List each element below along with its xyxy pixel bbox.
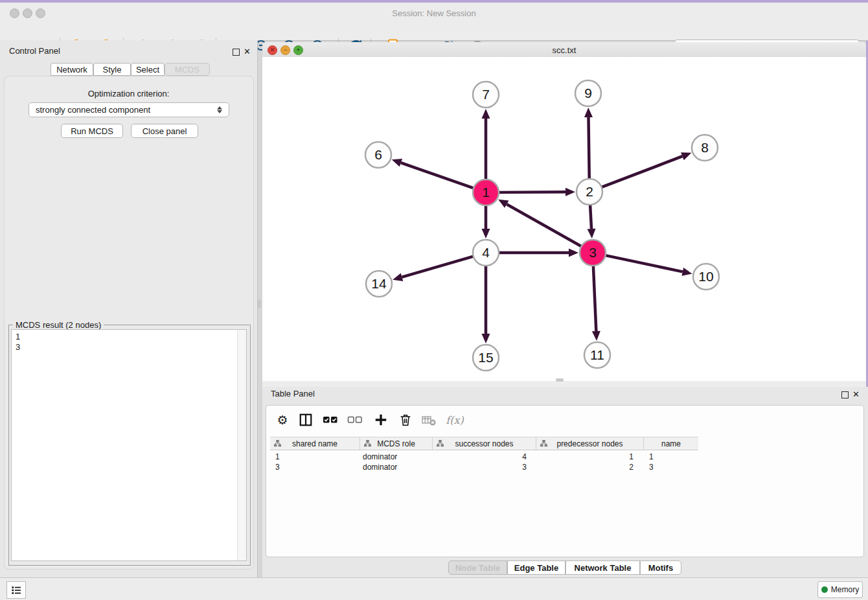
cell-shared-name: 3 <box>275 463 280 472</box>
column-header-mcds-role[interactable]: MCDS role <box>360 437 433 450</box>
graph-edge-2-9[interactable] <box>588 117 589 179</box>
graph-node-label-8: 8 <box>701 140 709 155</box>
graph-arrowhead-2-3 <box>588 229 596 238</box>
delete-table-icon[interactable] <box>421 412 437 428</box>
column-header-predecessor-nodes[interactable]: predecessor nodes <box>536 437 644 450</box>
tab-motifs[interactable]: Motifs <box>640 560 681 575</box>
select-all-icon[interactable] <box>323 412 338 428</box>
graph-edge-3-10[interactable] <box>606 255 683 271</box>
result-line: 1 <box>16 332 246 342</box>
table-area <box>266 405 864 557</box>
main-toolbar: ⌕ <box>0 18 868 41</box>
add-icon[interactable] <box>373 412 389 428</box>
horizontal-splitter[interactable] <box>262 381 866 387</box>
network-canvas[interactable]: 7968124314101511 <box>262 57 866 381</box>
graph-edge-3-11[interactable] <box>593 266 596 331</box>
graph-edge-3-1[interactable] <box>507 204 581 246</box>
graph-arrowhead-4-14 <box>393 273 403 281</box>
result-scrollbar[interactable] <box>237 330 246 560</box>
select-stepper-icon <box>217 106 222 113</box>
column-header-shared-name[interactable]: shared name <box>270 437 360 450</box>
cell-shared-name: 1 <box>275 452 280 461</box>
tab-select[interactable]: Select <box>131 63 165 76</box>
function-icon[interactable]: f(x) <box>444 412 465 428</box>
graph-arrowhead-2-9 <box>584 108 593 117</box>
memory-status-icon <box>821 586 828 593</box>
delete-icon[interactable] <box>398 412 413 428</box>
graph-node-label-3: 3 <box>589 245 597 260</box>
graph-arrowhead-1-2 <box>565 188 575 196</box>
graph-arrowhead-4-3 <box>569 249 578 257</box>
memory-label: Memory <box>831 585 859 594</box>
graph-node-label-7: 7 <box>482 87 490 102</box>
graph-node-label-2: 2 <box>586 184 593 199</box>
graph-node-label-15: 15 <box>478 350 493 365</box>
graph-node-label-1: 1 <box>482 185 490 200</box>
status-bar <box>0 577 868 600</box>
graph-node-label-11: 11 <box>590 347 604 362</box>
tab-network-table[interactable]: Network Table <box>565 560 640 575</box>
cell-mcds-role: dominator <box>363 452 397 461</box>
attribute-icon <box>540 440 547 447</box>
graph-node-label-10: 10 <box>698 269 713 284</box>
graph-node-label-14: 14 <box>371 276 387 291</box>
table-row[interactable]: 3 dominator 3 2 3 <box>270 462 698 472</box>
graph-node-label-9: 9 <box>584 86 592 100</box>
graph-arrowhead-1-4 <box>482 229 490 238</box>
graph-arrowhead-1-6 <box>392 159 402 167</box>
cell-name: 3 <box>649 463 654 472</box>
graph-arrowhead-4-15 <box>482 334 490 343</box>
columns-icon[interactable] <box>298 412 314 428</box>
splitter-grip[interactable] <box>556 378 564 382</box>
graph-svg: 7968124314101511 <box>262 57 866 381</box>
control-panel-float-icon[interactable] <box>233 49 240 56</box>
graph-arrowhead-2-8 <box>681 152 691 160</box>
cell-name: 1 <box>649 452 654 461</box>
table-panel-float-icon[interactable] <box>841 391 849 398</box>
application-window: Session: New Session <box>0 0 868 600</box>
graph-node-label-6: 6 <box>374 147 382 162</box>
graph-edge-1-6[interactable] <box>401 163 474 188</box>
cell-predecessor-nodes: 1 <box>536 452 634 461</box>
graph-edge-1-2[interactable] <box>499 192 565 192</box>
tab-node-table[interactable]: Node Table <box>448 560 507 575</box>
attribute-icon <box>274 440 281 447</box>
run-mcds-button[interactable]: Run MCDS <box>61 124 123 138</box>
optimization-criterion-label: Optimization criterion: <box>0 89 257 98</box>
attribute-icon <box>364 440 371 447</box>
control-panel-close-icon[interactable]: ✕ <box>244 47 251 56</box>
graph-arrowhead-3-10 <box>681 268 692 276</box>
cell-mcds-role: dominator <box>363 463 397 472</box>
title-bar[interactable]: Session: New Session <box>0 3 868 18</box>
tab-mcds[interactable]: MCDS <box>165 63 210 76</box>
table-panel-title: Table Panel <box>271 389 315 398</box>
tab-edge-table[interactable]: Edge Table <box>507 560 565 575</box>
gear-icon[interactable]: ⚙ <box>275 412 290 428</box>
column-header-successor-nodes[interactable]: successor nodes <box>433 437 536 450</box>
tab-style[interactable]: Style <box>93 63 131 76</box>
deselect-all-icon[interactable] <box>347 412 363 428</box>
control-panel-title: Control Panel <box>9 46 60 56</box>
memory-button[interactable]: Memory <box>817 581 863 598</box>
splitter-grip[interactable] <box>258 299 261 308</box>
result-line: 3 <box>16 342 246 352</box>
table-panel-close-icon[interactable]: ✕ <box>852 390 860 398</box>
task-history-icon[interactable] <box>6 581 26 599</box>
graph-edge-2-3[interactable] <box>590 205 591 229</box>
table-row[interactable]: 1 dominator 4 1 1 <box>270 452 698 462</box>
table-header: shared name MCDS role successor nodes pr… <box>270 437 698 450</box>
graph-arrowhead-3-11 <box>592 331 600 341</box>
mcds-result-text[interactable]: 1 3 <box>11 329 247 561</box>
graph-node-label-4: 4 <box>482 245 490 260</box>
optimization-criterion-value: strongly connected component <box>36 105 150 115</box>
network-window-title: scc.txt <box>262 45 866 55</box>
tab-network[interactable]: Network <box>51 63 93 76</box>
graph-edge-2-8[interactable] <box>602 156 683 187</box>
mcds-result-legend: MCDS result (2 nodes) <box>13 320 104 330</box>
graph-edge-4-14[interactable] <box>402 257 474 277</box>
graph-arrowhead-1-7 <box>482 109 490 119</box>
close-panel-button[interactable]: Close panel <box>131 124 198 138</box>
attribute-icon <box>437 440 444 447</box>
column-header-name[interactable]: name <box>644 437 698 450</box>
optimization-criterion-select[interactable]: strongly connected component <box>29 102 229 117</box>
